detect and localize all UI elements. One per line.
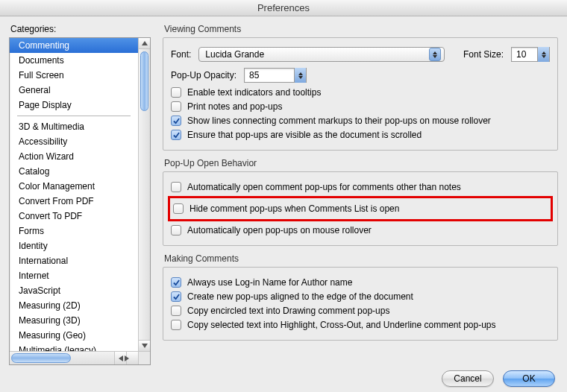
horizontal-scroll-thumb[interactable]: [11, 353, 71, 363]
horizontal-scrollbar[interactable]: [10, 351, 138, 364]
checkbox-label: Automatically open pop-ups on mouse roll…: [187, 225, 372, 235]
font-size-field[interactable]: 10: [511, 47, 550, 62]
category-separator: [17, 116, 131, 116]
window-titlebar: Preferences: [0, 0, 567, 16]
category-item[interactable]: Documents: [10, 53, 138, 68]
checkbox-label: Automatically open comment pop-ups for c…: [187, 182, 461, 192]
category-item[interactable]: JavaScript: [10, 283, 138, 298]
dialog-footer: Cancel OK: [0, 365, 567, 392]
category-item[interactable]: General: [10, 83, 138, 98]
window-title: Preferences: [257, 2, 310, 13]
popup-opacity-field[interactable]: 85: [244, 68, 307, 83]
category-item[interactable]: Commenting: [10, 38, 138, 53]
category-item[interactable]: International: [10, 253, 138, 268]
highlight-annotation: Hide comment pop-ups when Comments List …: [168, 196, 553, 221]
font-label: Font:: [171, 49, 191, 60]
popup-behavior-title: Pop-Up Open Behavior: [164, 158, 558, 168]
checkbox-label: Copy selected text into Highlight, Cross…: [187, 320, 496, 330]
opacity-value: 85: [249, 70, 294, 80]
checkbox[interactable]: [171, 116, 181, 126]
category-item[interactable]: Measuring (3D): [10, 313, 138, 328]
checkbox[interactable]: [171, 306, 181, 316]
checkbox-label: Create new pop-ups aligned to the edge o…: [187, 291, 413, 302]
category-item[interactable]: Identity: [10, 238, 138, 253]
dropdown-button-icon: [429, 48, 441, 61]
category-item[interactable]: Action Wizard: [10, 149, 138, 164]
category-item[interactable]: Multimedia (legacy): [10, 343, 138, 351]
cancel-button[interactable]: Cancel: [442, 370, 494, 387]
viewing-comments-group: Font: Lucida Grande Font Size: 10 Pop-Up…: [163, 37, 558, 151]
checkbox[interactable]: [171, 182, 181, 192]
category-item[interactable]: Convert To PDF: [10, 209, 138, 224]
category-item[interactable]: Color Management: [10, 179, 138, 194]
scroll-up-arrow[interactable]: [139, 38, 150, 49]
checkbox-label: Show lines connecting comment markups to…: [187, 116, 491, 126]
checkbox-label: Enable text indicators and tooltips: [187, 87, 321, 98]
category-item[interactable]: Measuring (Geo): [10, 328, 138, 343]
checkbox-label: Ensure that pop-ups are visible as the d…: [187, 130, 422, 140]
ok-button[interactable]: OK: [503, 370, 555, 387]
font-select[interactable]: Lucida Grande: [198, 47, 445, 62]
checkbox-label: Hide comment pop-ups when Comments List …: [189, 203, 399, 214]
category-item[interactable]: Forms: [10, 224, 138, 238]
dropdown-button-icon: [537, 47, 549, 62]
checkbox[interactable]: [171, 320, 181, 330]
dropdown-button-icon: [294, 68, 306, 83]
category-item[interactable]: 3D & Multimedia: [10, 119, 138, 134]
scroll-corner: [138, 351, 150, 364]
checkbox[interactable]: [171, 87, 181, 98]
font-value: Lucida Grande: [205, 49, 425, 60]
making-comments-title: Making Comments: [164, 253, 558, 264]
vertical-scrollbar[interactable]: [138, 38, 150, 351]
viewing-comments-title: Viewing Comments: [164, 24, 558, 34]
category-item[interactable]: Page Display: [10, 98, 138, 113]
scroll-right-arrow[interactable]: [126, 352, 138, 364]
font-size-label: Font Size:: [463, 49, 504, 60]
checkbox-label: Print notes and pop-ups: [187, 101, 282, 112]
category-item[interactable]: Accessibility: [10, 134, 138, 149]
scroll-down-arrow[interactable]: [139, 340, 150, 351]
checkbox[interactable]: [171, 291, 181, 302]
popup-behavior-group: Automatically open comment pop-ups for c…: [163, 171, 558, 246]
checkbox-label: Copy encircled text into Drawing comment…: [187, 306, 389, 316]
checkbox-label: Always use Log-in Name for Author name: [187, 277, 352, 288]
checkbox[interactable]: [173, 203, 184, 214]
category-item[interactable]: Internet: [10, 268, 138, 283]
categories-label: Categories:: [10, 24, 151, 34]
vertical-scroll-thumb[interactable]: [140, 51, 148, 111]
checkbox[interactable]: [171, 130, 181, 140]
category-item[interactable]: Convert From PDF: [10, 194, 138, 209]
opacity-label: Pop-Up Opacity:: [171, 70, 236, 80]
categories-listbox[interactable]: CommentingDocumentsFull ScreenGeneralPag…: [9, 37, 151, 365]
font-size-value: 10: [516, 49, 537, 60]
checkbox[interactable]: [171, 277, 181, 288]
category-item[interactable]: Measuring (2D): [10, 298, 138, 313]
making-comments-group: Always use Log-in Name for Author nameCr…: [163, 267, 558, 341]
checkbox[interactable]: [171, 101, 181, 112]
checkbox[interactable]: [171, 225, 181, 235]
category-item[interactable]: Full Screen: [10, 68, 138, 83]
category-item[interactable]: Catalog: [10, 164, 138, 179]
